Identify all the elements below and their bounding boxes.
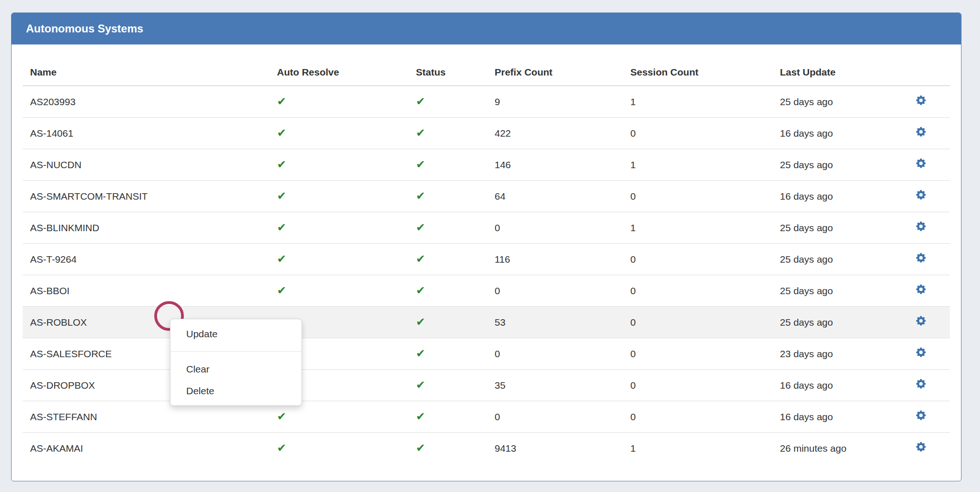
auto-resolve-cell: ✔ [270, 244, 408, 275]
row-actions-gear-button[interactable] [916, 253, 926, 263]
check-icon: ✔ [416, 158, 425, 170]
check-icon: ✔ [277, 284, 286, 296]
check-icon: ✔ [277, 221, 286, 233]
table-row-as-akamai[interactable]: AS-AKAMAI✔✔9413126 minutes ago [23, 433, 950, 464]
check-icon: ✔ [277, 410, 286, 423]
table-row-as-14061[interactable]: AS-14061✔✔422016 days ago [23, 118, 950, 149]
prefix-count-cell: 35 [487, 370, 623, 401]
check-icon: ✔ [277, 189, 286, 202]
table-row-as-t-9264[interactable]: AS-T-9264✔✔116025 days ago [23, 244, 950, 275]
gear-icon [916, 410, 926, 420]
table-row-as-bboi[interactable]: AS-BBOI✔✔0025 days ago [23, 275, 950, 307]
row-actions-gear-button[interactable] [916, 158, 926, 168]
status-cell: ✔ [408, 149, 487, 181]
table-row-as203993[interactable]: AS203993✔✔9125 days ago [23, 86, 950, 118]
status-cell: ✔ [408, 307, 487, 338]
gear-icon [916, 95, 926, 105]
column-header-prefix-count: Prefix Count [487, 56, 623, 86]
gear-icon [916, 316, 926, 326]
as-name-cell: AS-BBOI [23, 275, 270, 307]
prefix-count-cell: 146 [487, 149, 623, 181]
check-icon: ✔ [416, 284, 425, 296]
row-actions-cell [892, 86, 950, 118]
autonomous-systems-panel: Autonomous Systems NameAuto ResolveStatu… [11, 13, 961, 481]
gear-icon [916, 253, 926, 263]
table-row-as-salesforce[interactable]: AS-SALESFORCE✔✔0023 days ago [23, 338, 950, 370]
status-cell: ✔ [408, 118, 487, 149]
last-update-cell: 26 minutes ago [773, 433, 892, 464]
session-count-cell: 1 [623, 212, 773, 244]
gear-icon [916, 190, 926, 200]
row-actions-cell [892, 401, 950, 433]
status-cell: ✔ [408, 86, 487, 118]
check-icon: ✔ [277, 252, 286, 265]
session-count-cell: 0 [623, 370, 773, 401]
row-actions-gear-button[interactable] [916, 190, 926, 200]
row-actions-gear-button[interactable] [916, 221, 926, 231]
status-cell: ✔ [408, 275, 487, 307]
as-name-cell: AS203993 [23, 86, 270, 118]
last-update-cell: 25 days ago [773, 149, 892, 181]
session-count-cell: 0 [623, 244, 773, 275]
check-icon: ✔ [416, 95, 425, 107]
last-update-cell: 25 days ago [773, 212, 892, 244]
as-name-cell: AS-SMARTCOM-TRANSIT [23, 181, 270, 212]
gear-icon [916, 347, 926, 357]
session-count-cell: 0 [623, 338, 773, 370]
check-icon: ✔ [416, 189, 425, 202]
status-cell: ✔ [408, 212, 487, 244]
check-icon: ✔ [416, 442, 425, 454]
check-icon: ✔ [416, 347, 425, 360]
last-update-cell: 25 days ago [773, 275, 892, 307]
panel-body: NameAuto ResolveStatusPrefix CountSessio… [12, 44, 961, 475]
row-actions-gear-button[interactable] [916, 127, 926, 137]
row-actions-gear-button[interactable] [916, 442, 926, 452]
row-actions-gear-button[interactable] [916, 410, 926, 420]
context-menu-item-delete[interactable]: Delete [170, 380, 302, 402]
row-actions-gear-button[interactable] [916, 284, 926, 294]
column-header-session-count: Session Count [623, 56, 773, 86]
context-menu-item-update[interactable]: Update [170, 323, 302, 345]
table-row-as-dropbox[interactable]: AS-DROPBOX✔✔35016 days ago [23, 370, 950, 401]
autonomous-systems-table: NameAuto ResolveStatusPrefix CountSessio… [23, 56, 950, 464]
last-update-cell: 16 days ago [773, 401, 892, 433]
session-count-cell: 0 [623, 275, 773, 307]
row-actions-gear-button[interactable] [916, 347, 926, 357]
auto-resolve-cell: ✔ [270, 118, 408, 149]
prefix-count-cell: 422 [487, 118, 623, 149]
row-actions-gear-button[interactable] [916, 316, 926, 326]
table-row-as-smartcom-transit[interactable]: AS-SMARTCOM-TRANSIT✔✔64016 days ago [23, 181, 950, 212]
auto-resolve-cell: ✔ [270, 212, 408, 244]
prefix-count-cell: 116 [487, 244, 623, 275]
gear-icon [916, 127, 926, 137]
check-icon: ✔ [416, 410, 425, 423]
table-row-as-blinkmind[interactable]: AS-BLINKMIND✔✔0125 days ago [23, 212, 950, 244]
gear-icon [916, 379, 926, 389]
as-name-cell: AS-BLINKMIND [23, 212, 270, 244]
table-row-as-roblox[interactable]: AS-ROBLOX✔✔53025 days ago [23, 307, 950, 338]
status-cell: ✔ [408, 401, 487, 433]
row-actions-gear-button[interactable] [916, 95, 926, 105]
session-count-cell: 0 [623, 401, 773, 433]
gear-icon [916, 442, 926, 452]
last-update-cell: 25 days ago [773, 244, 892, 275]
session-count-cell: 1 [623, 149, 773, 181]
prefix-count-cell: 9413 [487, 433, 623, 464]
column-header-actions [892, 56, 950, 86]
last-update-cell: 16 days ago [773, 370, 892, 401]
session-count-cell: 1 [623, 433, 773, 464]
auto-resolve-cell: ✔ [270, 181, 408, 212]
row-actions-gear-button[interactable] [916, 379, 926, 389]
table-row-as-nucdn[interactable]: AS-NUCDN✔✔146125 days ago [23, 149, 950, 181]
as-name-cell: AS-NUCDN [23, 149, 270, 181]
table-row-as-steffann[interactable]: AS-STEFFANN✔✔0016 days ago [23, 401, 950, 433]
check-icon: ✔ [416, 126, 425, 139]
panel-title: Autonomous Systems [12, 13, 961, 44]
prefix-count-cell: 0 [487, 338, 623, 370]
context-menu-item-clear[interactable]: Clear [170, 358, 302, 380]
status-cell: ✔ [408, 433, 487, 464]
check-icon: ✔ [416, 221, 425, 233]
prefix-count-cell: 9 [487, 86, 623, 118]
check-icon: ✔ [416, 315, 425, 328]
session-count-cell: 0 [623, 307, 773, 338]
